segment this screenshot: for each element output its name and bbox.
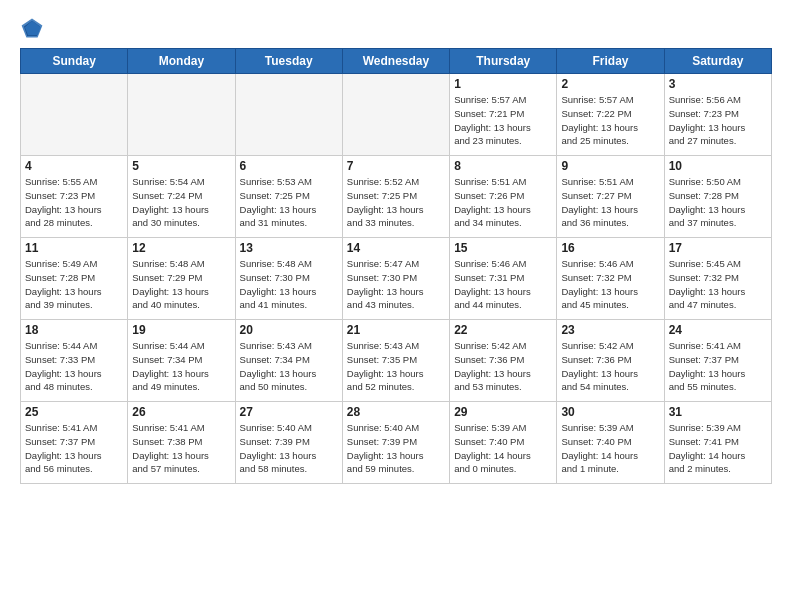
day-cell-24: 24Sunrise: 5:41 AM Sunset: 7:37 PM Dayli… [664, 320, 771, 402]
day-info: Sunrise: 5:44 AM Sunset: 7:34 PM Dayligh… [132, 339, 230, 394]
calendar-page: SundayMondayTuesdayWednesdayThursdayFrid… [0, 0, 792, 612]
day-cell-31: 31Sunrise: 5:39 AM Sunset: 7:41 PM Dayli… [664, 402, 771, 484]
day-number: 9 [561, 159, 659, 173]
day-cell-23: 23Sunrise: 5:42 AM Sunset: 7:36 PM Dayli… [557, 320, 664, 402]
day-cell-11: 11Sunrise: 5:49 AM Sunset: 7:28 PM Dayli… [21, 238, 128, 320]
day-cell-12: 12Sunrise: 5:48 AM Sunset: 7:29 PM Dayli… [128, 238, 235, 320]
calendar-table: SundayMondayTuesdayWednesdayThursdayFrid… [20, 48, 772, 484]
weekday-friday: Friday [557, 49, 664, 74]
day-info: Sunrise: 5:53 AM Sunset: 7:25 PM Dayligh… [240, 175, 338, 230]
day-number: 28 [347, 405, 445, 419]
day-info: Sunrise: 5:41 AM Sunset: 7:37 PM Dayligh… [25, 421, 123, 476]
day-cell-20: 20Sunrise: 5:43 AM Sunset: 7:34 PM Dayli… [235, 320, 342, 402]
day-number: 1 [454, 77, 552, 91]
header [20, 16, 772, 40]
day-number: 31 [669, 405, 767, 419]
day-number: 22 [454, 323, 552, 337]
day-info: Sunrise: 5:50 AM Sunset: 7:28 PM Dayligh… [669, 175, 767, 230]
day-info: Sunrise: 5:42 AM Sunset: 7:36 PM Dayligh… [561, 339, 659, 394]
day-cell-13: 13Sunrise: 5:48 AM Sunset: 7:30 PM Dayli… [235, 238, 342, 320]
day-cell-3: 3Sunrise: 5:56 AM Sunset: 7:23 PM Daylig… [664, 74, 771, 156]
day-cell-21: 21Sunrise: 5:43 AM Sunset: 7:35 PM Dayli… [342, 320, 449, 402]
day-info: Sunrise: 5:46 AM Sunset: 7:31 PM Dayligh… [454, 257, 552, 312]
weekday-thursday: Thursday [450, 49, 557, 74]
day-cell-29: 29Sunrise: 5:39 AM Sunset: 7:40 PM Dayli… [450, 402, 557, 484]
day-info: Sunrise: 5:42 AM Sunset: 7:36 PM Dayligh… [454, 339, 552, 394]
weekday-monday: Monday [128, 49, 235, 74]
day-number: 2 [561, 77, 659, 91]
weekday-saturday: Saturday [664, 49, 771, 74]
day-number: 12 [132, 241, 230, 255]
day-number: 24 [669, 323, 767, 337]
day-number: 16 [561, 241, 659, 255]
logo [20, 16, 48, 40]
day-info: Sunrise: 5:41 AM Sunset: 7:37 PM Dayligh… [669, 339, 767, 394]
day-cell-18: 18Sunrise: 5:44 AM Sunset: 7:33 PM Dayli… [21, 320, 128, 402]
week-row-2: 4Sunrise: 5:55 AM Sunset: 7:23 PM Daylig… [21, 156, 772, 238]
day-number: 20 [240, 323, 338, 337]
day-number: 25 [25, 405, 123, 419]
day-number: 7 [347, 159, 445, 173]
day-cell-5: 5Sunrise: 5:54 AM Sunset: 7:24 PM Daylig… [128, 156, 235, 238]
day-info: Sunrise: 5:43 AM Sunset: 7:35 PM Dayligh… [347, 339, 445, 394]
empty-cell [235, 74, 342, 156]
week-row-4: 18Sunrise: 5:44 AM Sunset: 7:33 PM Dayli… [21, 320, 772, 402]
day-number: 19 [132, 323, 230, 337]
day-cell-28: 28Sunrise: 5:40 AM Sunset: 7:39 PM Dayli… [342, 402, 449, 484]
day-cell-15: 15Sunrise: 5:46 AM Sunset: 7:31 PM Dayli… [450, 238, 557, 320]
day-info: Sunrise: 5:40 AM Sunset: 7:39 PM Dayligh… [347, 421, 445, 476]
empty-cell [128, 74, 235, 156]
day-number: 4 [25, 159, 123, 173]
day-info: Sunrise: 5:57 AM Sunset: 7:21 PM Dayligh… [454, 93, 552, 148]
day-number: 11 [25, 241, 123, 255]
day-number: 21 [347, 323, 445, 337]
day-number: 29 [454, 405, 552, 419]
day-number: 13 [240, 241, 338, 255]
day-cell-30: 30Sunrise: 5:39 AM Sunset: 7:40 PM Dayli… [557, 402, 664, 484]
day-info: Sunrise: 5:39 AM Sunset: 7:41 PM Dayligh… [669, 421, 767, 476]
day-number: 10 [669, 159, 767, 173]
day-cell-8: 8Sunrise: 5:51 AM Sunset: 7:26 PM Daylig… [450, 156, 557, 238]
day-info: Sunrise: 5:44 AM Sunset: 7:33 PM Dayligh… [25, 339, 123, 394]
logo-icon [20, 16, 44, 40]
day-info: Sunrise: 5:55 AM Sunset: 7:23 PM Dayligh… [25, 175, 123, 230]
day-number: 17 [669, 241, 767, 255]
day-info: Sunrise: 5:54 AM Sunset: 7:24 PM Dayligh… [132, 175, 230, 230]
day-number: 14 [347, 241, 445, 255]
empty-cell [21, 74, 128, 156]
weekday-header-row: SundayMondayTuesdayWednesdayThursdayFrid… [21, 49, 772, 74]
day-number: 23 [561, 323, 659, 337]
day-info: Sunrise: 5:45 AM Sunset: 7:32 PM Dayligh… [669, 257, 767, 312]
day-info: Sunrise: 5:52 AM Sunset: 7:25 PM Dayligh… [347, 175, 445, 230]
weekday-wednesday: Wednesday [342, 49, 449, 74]
day-info: Sunrise: 5:57 AM Sunset: 7:22 PM Dayligh… [561, 93, 659, 148]
day-info: Sunrise: 5:47 AM Sunset: 7:30 PM Dayligh… [347, 257, 445, 312]
day-number: 3 [669, 77, 767, 91]
day-number: 27 [240, 405, 338, 419]
day-info: Sunrise: 5:46 AM Sunset: 7:32 PM Dayligh… [561, 257, 659, 312]
week-row-1: 1Sunrise: 5:57 AM Sunset: 7:21 PM Daylig… [21, 74, 772, 156]
day-info: Sunrise: 5:40 AM Sunset: 7:39 PM Dayligh… [240, 421, 338, 476]
day-cell-10: 10Sunrise: 5:50 AM Sunset: 7:28 PM Dayli… [664, 156, 771, 238]
day-cell-4: 4Sunrise: 5:55 AM Sunset: 7:23 PM Daylig… [21, 156, 128, 238]
day-number: 18 [25, 323, 123, 337]
weekday-sunday: Sunday [21, 49, 128, 74]
day-info: Sunrise: 5:51 AM Sunset: 7:26 PM Dayligh… [454, 175, 552, 230]
day-number: 5 [132, 159, 230, 173]
day-cell-19: 19Sunrise: 5:44 AM Sunset: 7:34 PM Dayli… [128, 320, 235, 402]
day-info: Sunrise: 5:56 AM Sunset: 7:23 PM Dayligh… [669, 93, 767, 148]
day-cell-26: 26Sunrise: 5:41 AM Sunset: 7:38 PM Dayli… [128, 402, 235, 484]
week-row-3: 11Sunrise: 5:49 AM Sunset: 7:28 PM Dayli… [21, 238, 772, 320]
day-cell-27: 27Sunrise: 5:40 AM Sunset: 7:39 PM Dayli… [235, 402, 342, 484]
day-cell-22: 22Sunrise: 5:42 AM Sunset: 7:36 PM Dayli… [450, 320, 557, 402]
empty-cell [342, 74, 449, 156]
day-info: Sunrise: 5:51 AM Sunset: 7:27 PM Dayligh… [561, 175, 659, 230]
day-cell-7: 7Sunrise: 5:52 AM Sunset: 7:25 PM Daylig… [342, 156, 449, 238]
day-cell-6: 6Sunrise: 5:53 AM Sunset: 7:25 PM Daylig… [235, 156, 342, 238]
day-info: Sunrise: 5:48 AM Sunset: 7:30 PM Dayligh… [240, 257, 338, 312]
day-number: 15 [454, 241, 552, 255]
day-cell-16: 16Sunrise: 5:46 AM Sunset: 7:32 PM Dayli… [557, 238, 664, 320]
day-number: 6 [240, 159, 338, 173]
day-info: Sunrise: 5:41 AM Sunset: 7:38 PM Dayligh… [132, 421, 230, 476]
day-cell-25: 25Sunrise: 5:41 AM Sunset: 7:37 PM Dayli… [21, 402, 128, 484]
